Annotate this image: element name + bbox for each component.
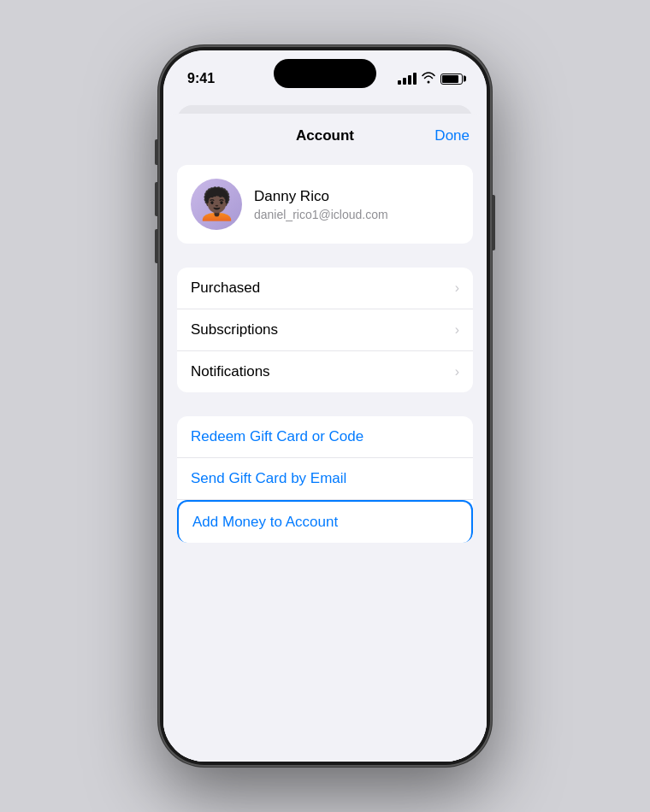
redeem-gift-card-label: Redeem Gift Card or Code [191,428,363,445]
avatar: 🧑🏿‍🦱 [191,179,242,230]
mute-button [155,139,158,165]
purchased-item[interactable]: Purchased › [177,268,473,309]
send-gift-card-label: Send Gift Card by Email [191,470,346,487]
phone-screen: 9:41 [163,50,487,762]
content-area: 🧑🏿‍🦱 Danny Rico daniel_rico1@icloud.com … [163,151,487,580]
wifi-icon [422,72,435,86]
chevron-right-icon: › [455,364,459,380]
power-button [492,195,495,250]
profile-email: daniel_rico1@icloud.com [254,208,388,221]
dynamic-island [274,59,376,88]
volume-up-button [155,182,158,216]
status-time: 9:41 [187,71,215,86]
main-sheet: Account Done 🧑🏿‍🦱 Danny Rico daniel_rico… [163,114,487,762]
profile-info: Danny Rico daniel_rico1@icloud.com [254,188,388,221]
profile-name: Danny Rico [254,188,388,205]
page-title: Account [296,127,354,144]
status-icons [398,72,463,86]
send-gift-card-item[interactable]: Send Gift Card by Email [177,458,473,500]
subscriptions-item[interactable]: Subscriptions › [177,309,473,351]
redeem-gift-card-item[interactable]: Redeem Gift Card or Code [177,416,473,458]
battery-icon [440,74,463,85]
phone-frame: 9:41 [158,45,492,767]
actions-menu-group: Redeem Gift Card or Code Send Gift Card … [177,416,473,543]
notifications-item[interactable]: Notifications › [177,351,473,392]
chevron-right-icon: › [455,280,459,296]
add-money-item[interactable]: Add Money to Account [177,500,473,543]
chevron-right-icon: › [455,322,459,338]
settings-menu-group: Purchased › Subscriptions › Notification… [177,268,473,392]
profile-card[interactable]: 🧑🏿‍🦱 Danny Rico daniel_rico1@icloud.com [177,165,473,244]
volume-down-button [155,229,158,263]
sheet-container: Account Done 🧑🏿‍🦱 Danny Rico daniel_rico… [163,97,487,762]
battery-fill [442,75,458,83]
navigation-bar: Account Done [163,114,487,151]
subscriptions-label: Subscriptions [191,321,278,338]
notifications-label: Notifications [191,363,270,380]
done-button[interactable]: Done [434,127,470,144]
signal-icon [398,73,417,85]
purchased-label: Purchased [191,279,260,297]
add-money-label: Add Money to Account [192,514,338,531]
